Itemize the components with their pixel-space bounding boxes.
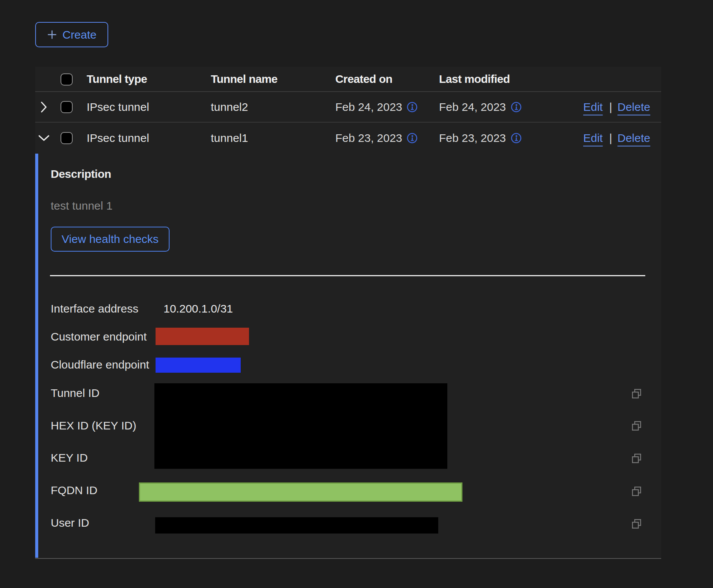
- last-modified-cell: Feb 24, 2023: [439, 101, 506, 114]
- table-header-row: Tunnel type Tunnel name Created on Last …: [35, 67, 661, 92]
- last-modified-info-icon[interactable]: [511, 133, 522, 143]
- delete-link[interactable]: Delete: [618, 132, 651, 145]
- field-label-interface-address: Interface address: [51, 302, 139, 316]
- chevron-right-icon: [41, 101, 47, 113]
- copy-tunnel-id-button[interactable]: [632, 389, 641, 399]
- copy-icon: [632, 454, 641, 464]
- expand-row-button[interactable]: [36, 99, 52, 115]
- user-id-redaction: [155, 517, 438, 534]
- section-divider: [50, 275, 645, 276]
- last-modified-info-icon[interactable]: [511, 102, 522, 112]
- row-checkbox[interactable]: [61, 101, 73, 113]
- copy-icon: [632, 421, 641, 431]
- cloudflare-endpoint-redaction: [156, 358, 241, 373]
- copy-user-id-button[interactable]: [632, 519, 641, 529]
- select-all-checkbox[interactable]: [61, 73, 73, 86]
- column-header-last-modified: Last modified: [439, 73, 510, 86]
- table-row-tunnel1: IPsec tunnel tunnel1 Feb 23, 2023 Feb 23…: [35, 123, 661, 153]
- created-on-info-icon[interactable]: [407, 133, 417, 143]
- fqdn-id-redaction: [139, 482, 462, 502]
- field-label-key-id: KEY ID: [51, 451, 88, 465]
- row-actions: Edit | Delete: [583, 101, 650, 114]
- created-on-cell: Feb 24, 2023: [335, 101, 402, 114]
- tunnel-type-cell: IPsec tunnel: [87, 132, 149, 145]
- tunnels-table: Tunnel type Tunnel name Created on Last …: [35, 67, 661, 559]
- field-label-fqdn-id: FQDN ID: [51, 484, 97, 497]
- tunnel-id-redaction: [154, 383, 447, 469]
- actions-separator: |: [609, 132, 612, 145]
- created-on-info-icon[interactable]: [407, 102, 417, 112]
- copy-icon: [632, 487, 641, 496]
- edit-link[interactable]: Edit: [583, 101, 603, 114]
- tunnel-details-panel: Description test tunnel 1 View health ch…: [35, 153, 661, 559]
- create-button-label: Create: [62, 28, 97, 41]
- copy-hex-id-button[interactable]: [632, 421, 641, 431]
- edit-link[interactable]: Edit: [583, 132, 603, 145]
- create-button[interactable]: Create: [35, 22, 108, 47]
- field-label-customer-endpoint: Customer endpoint: [51, 330, 146, 344]
- tunnel-name-cell: tunnel1: [211, 132, 248, 145]
- copy-icon: [632, 389, 641, 399]
- view-health-checks-button[interactable]: View health checks: [51, 227, 170, 252]
- delete-link[interactable]: Delete: [618, 101, 651, 114]
- field-label-hex-id: HEX ID (KEY ID): [51, 419, 136, 432]
- created-on-cell: Feb 23, 2023: [335, 132, 402, 145]
- copy-key-id-button[interactable]: [632, 454, 641, 464]
- actions-separator: |: [609, 101, 612, 114]
- tunnel-name-cell: tunnel2: [211, 101, 248, 114]
- chevron-down-icon: [38, 135, 50, 141]
- column-header-created-on: Created on: [335, 73, 392, 86]
- copy-icon: [632, 519, 641, 529]
- field-label-cloudflare-endpoint: Cloudflare endpoint: [51, 358, 149, 372]
- row-actions: Edit | Delete: [583, 132, 650, 145]
- column-header-tunnel-name: Tunnel name: [211, 73, 277, 86]
- row-checkbox[interactable]: [61, 132, 73, 144]
- description-text: test tunnel 1: [51, 199, 112, 213]
- copy-fqdn-id-button[interactable]: [632, 487, 641, 496]
- field-label-tunnel-id: Tunnel ID: [51, 386, 100, 400]
- interface-address-value: 10.200.1.0/31: [163, 302, 233, 316]
- plus-icon: [47, 30, 57, 40]
- collapse-row-button[interactable]: [36, 130, 52, 146]
- customer-endpoint-redaction: [156, 328, 249, 345]
- table-row-tunnel2: IPsec tunnel tunnel2 Feb 24, 2023 Feb 24…: [35, 92, 661, 123]
- description-heading: Description: [51, 167, 111, 181]
- field-label-user-id: User ID: [51, 516, 89, 530]
- column-header-tunnel-type: Tunnel type: [87, 73, 147, 86]
- tunnel-type-cell: IPsec tunnel: [87, 101, 149, 114]
- expanded-accent-bar: [35, 154, 38, 558]
- last-modified-cell: Feb 23, 2023: [439, 132, 506, 145]
